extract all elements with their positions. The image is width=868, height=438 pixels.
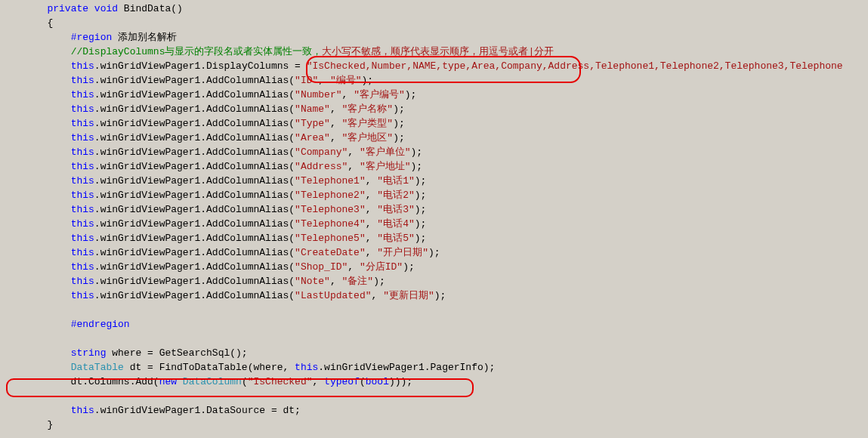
code-block: private void BindData() { #region 添加别名解析… [0, 0, 868, 432]
